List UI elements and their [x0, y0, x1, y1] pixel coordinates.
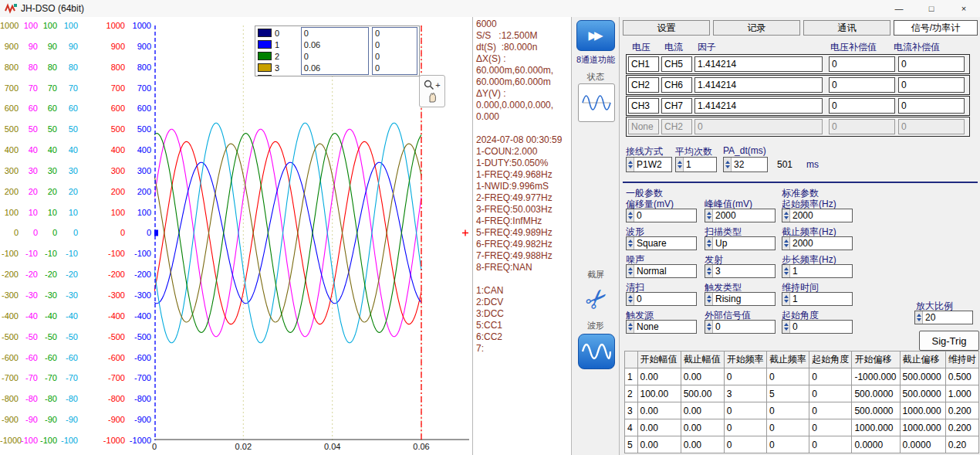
current-comp-field[interactable]: 0: [898, 56, 965, 72]
sweep-cell[interactable]: 0: [767, 368, 809, 385]
padt-spinner[interactable]: 32: [723, 157, 768, 172]
spinner-arrows[interactable]: [705, 293, 713, 305]
tab-2[interactable]: 记录: [713, 20, 800, 36]
sweep-cell[interactable]: 0: [809, 368, 852, 385]
sweep-cell[interactable]: 1000.000: [900, 402, 945, 419]
param-spinner[interactable]: 2000: [705, 209, 776, 222]
sweep-cell[interactable]: 0.00: [681, 368, 724, 385]
spinner-arrows[interactable]: [627, 209, 634, 222]
spinner-arrows[interactable]: [705, 265, 713, 277]
tab-4[interactable]: 信号/功率计: [894, 20, 978, 36]
sweep-cell[interactable]: 500.0000: [900, 368, 945, 385]
tab-3[interactable]: 通讯: [803, 20, 890, 36]
sweep-cell[interactable]: 0: [809, 402, 852, 419]
sweep-cell[interactable]: 0: [724, 368, 766, 385]
wiring-spinner[interactable]: P1W2: [626, 157, 672, 172]
param-spinner[interactable]: 1: [782, 292, 853, 306]
close-button[interactable]: ×: [948, 0, 980, 17]
sweep-row-index[interactable]: 5: [625, 436, 638, 453]
sweep-cell[interactable]: 0.500: [945, 368, 978, 385]
param-spinner[interactable]: 3: [705, 264, 776, 278]
current-comp-field[interactable]: 0: [898, 77, 965, 93]
sweep-cell[interactable]: 500.0000: [900, 385, 945, 402]
sweep-cell[interactable]: 500.00: [681, 385, 724, 402]
factor-field[interactable]: 1.414214: [694, 56, 823, 72]
spinner-arrows[interactable]: [627, 158, 634, 171]
sweep-cell[interactable]: 0: [767, 419, 809, 436]
spinner-arrows[interactable]: [782, 265, 790, 277]
param-spinner[interactable]: 2000: [782, 209, 853, 222]
param-spinner[interactable]: Normal: [626, 264, 697, 278]
minimize-button[interactable]: —: [883, 0, 915, 17]
sweep-cell[interactable]: 0: [809, 436, 852, 453]
zoom-ratio-spinner[interactable]: 20: [914, 311, 973, 324]
pan-hand-icon[interactable]: [427, 93, 438, 103]
factor-field[interactable]: 1.414214: [694, 77, 823, 93]
sweep-cell[interactable]: 0: [809, 419, 852, 436]
sweep-cell[interactable]: 0.0000: [900, 436, 945, 453]
zoom-in-icon[interactable]: +: [424, 80, 440, 90]
voltage-channel-field[interactable]: CH3: [628, 98, 659, 114]
spinner-arrows[interactable]: [782, 321, 790, 333]
sweep-cell[interactable]: 5: [767, 385, 809, 402]
spinner-arrows[interactable]: [724, 158, 732, 171]
voltage-comp-field[interactable]: 0: [829, 56, 895, 72]
sweep-row-index[interactable]: 2: [625, 385, 638, 402]
sweep-cell[interactable]: 500.0000: [852, 402, 900, 419]
sweep-cell[interactable]: 0: [767, 402, 809, 419]
fast-forward-button[interactable]: ▶▶: [576, 20, 615, 51]
param-spinner[interactable]: Up: [705, 236, 776, 250]
voltage-channel-field[interactable]: CH1: [628, 56, 659, 72]
param-spinner[interactable]: None: [626, 320, 697, 334]
sweep-cell[interactable]: 100.00: [637, 385, 681, 402]
screenshot-scissors-icon[interactable]: ✂: [573, 276, 620, 323]
param-spinner[interactable]: Rising: [705, 292, 776, 306]
voltage-comp-field[interactable]: 0: [829, 77, 895, 93]
param-spinner[interactable]: 1: [782, 264, 853, 278]
sweep-cell[interactable]: 0.20: [945, 436, 978, 453]
sweep-cell[interactable]: 1.000: [945, 385, 978, 402]
spinner-arrows[interactable]: [705, 237, 713, 250]
sweep-cell[interactable]: 0.00: [637, 436, 681, 453]
sweep-row-index[interactable]: 1: [625, 368, 638, 385]
spinner-arrows[interactable]: [705, 209, 713, 222]
sig-trig-button[interactable]: Sig-Trig: [919, 331, 979, 351]
current-channel-field[interactable]: CH6: [661, 77, 692, 93]
sweep-cell[interactable]: 0: [724, 419, 766, 436]
spinner-arrows[interactable]: [705, 321, 713, 333]
sweep-cell[interactable]: 500.0000: [852, 385, 900, 402]
sweep-cell[interactable]: 0.00: [637, 368, 681, 385]
param-spinner[interactable]: 2000: [782, 236, 853, 250]
sweep-row-index[interactable]: 4: [625, 419, 638, 436]
spinner-arrows[interactable]: [627, 321, 634, 333]
spinner-arrows[interactable]: [627, 293, 634, 305]
voltage-comp-field[interactable]: 0: [829, 98, 895, 114]
current-comp-field[interactable]: 0: [898, 98, 965, 114]
sweep-cell[interactable]: 3: [724, 385, 766, 402]
sweep-cell[interactable]: 0.200: [945, 402, 978, 419]
voltage-channel-field[interactable]: CH2: [628, 77, 659, 93]
spinner-arrows[interactable]: [782, 293, 790, 305]
sweep-cell[interactable]: 0: [809, 385, 852, 402]
sweep-cell[interactable]: 0.00: [681, 402, 724, 419]
param-spinner[interactable]: 0: [705, 320, 776, 334]
sweep-cell[interactable]: 0: [767, 436, 809, 453]
waveform-button[interactable]: [578, 334, 615, 369]
sweep-cell[interactable]: -1000.000: [852, 368, 900, 385]
spinner-arrows[interactable]: [782, 237, 790, 250]
sweep-cell[interactable]: 0: [724, 436, 766, 453]
spinner-arrows[interactable]: [915, 311, 923, 324]
sweep-cell[interactable]: 0: [724, 402, 766, 419]
param-spinner[interactable]: 0: [626, 292, 697, 306]
tab-1[interactable]: 设置: [623, 20, 710, 36]
sweep-cell[interactable]: 1000.000: [852, 419, 900, 436]
maximize-button[interactable]: □: [915, 0, 948, 17]
avg-spinner[interactable]: 1: [675, 157, 717, 172]
status-wave-button[interactable]: [578, 83, 615, 122]
current-channel-field[interactable]: CH5: [661, 56, 692, 72]
spinner-arrows[interactable]: [627, 237, 634, 250]
sweep-cell[interactable]: 0.0000: [852, 436, 900, 453]
param-spinner[interactable]: 0: [626, 209, 697, 222]
sweep-row-index[interactable]: 3: [625, 402, 638, 419]
sweep-cell[interactable]: 0.00: [637, 419, 681, 436]
